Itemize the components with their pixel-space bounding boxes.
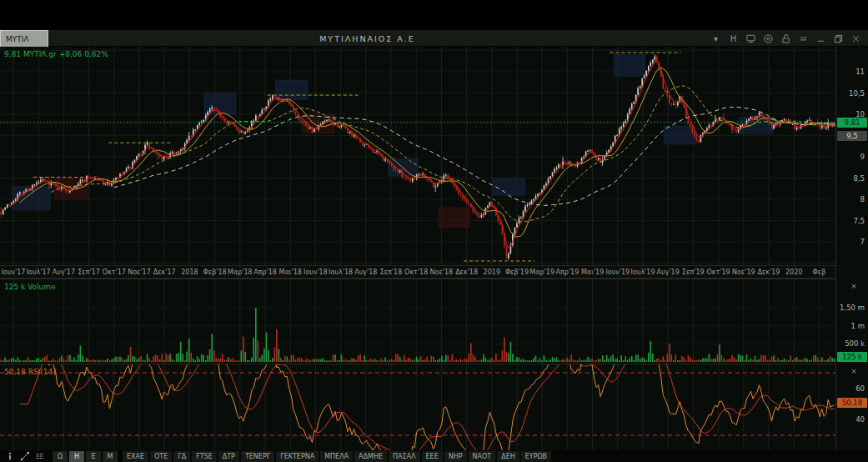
volume-tick: 1 m — [851, 322, 865, 330]
drawing-tools — [0, 451, 48, 462]
time-axis-label: Φεβ'18 — [203, 269, 227, 276]
time-axis-label: Απρ'19 — [556, 269, 580, 276]
volume-legend-name: Volume — [28, 283, 55, 291]
minimize-button[interactable] — [812, 31, 830, 46]
time-axis-label: Ιουλ'19 — [631, 269, 655, 276]
volume-tick: 1,50 m — [840, 304, 865, 312]
time-axis-label: Ιουλ'17 — [27, 269, 51, 276]
volume-pane[interactable]: 125 k Volume — [0, 279, 835, 364]
info-tool-button[interactable] — [3, 451, 18, 462]
window-controls: ▾H — [707, 30, 865, 47]
list-icon — [35, 451, 45, 461]
quote-change-pct: 0,62% — [84, 50, 108, 58]
timeframe-Ω[interactable]: Ω — [53, 451, 68, 462]
symbol-tab-ΓΔ[interactable]: ΓΔ — [173, 451, 190, 462]
symbol-tab-ΝΑΟΤ[interactable]: ΝΑΟΤ — [469, 451, 496, 462]
volume-chart[interactable] — [0, 279, 835, 364]
price-axis-column[interactable]: 1110,51098,587,579,819,5×1,50 m1 m500 k1… — [835, 47, 868, 450]
trendline-icon — [20, 451, 30, 461]
symbol-tab-FTSE[interactable]: FTSE — [192, 451, 216, 462]
time-axis-label: Απρ'18 — [253, 269, 277, 276]
last-price-badge: 9,81 — [837, 118, 867, 128]
rsi-tick: 40 — [855, 415, 865, 424]
menu-icon — [798, 33, 809, 44]
price-tick: 10,5 — [849, 89, 865, 98]
volume-legend: 125 k Volume — [4, 283, 56, 291]
price-tick: 9 — [860, 153, 865, 161]
display-button[interactable] — [742, 31, 760, 46]
h-mode-button[interactable]: H — [725, 31, 742, 46]
restore-icon — [833, 33, 844, 44]
symbol-tab-ΕΕΕ[interactable]: ΕΕΕ — [422, 451, 443, 462]
timeframe-Η[interactable]: Η — [69, 451, 84, 462]
price-chart-pane[interactable]: 9,81 ΜΥΤΙΛ.gr +0,06 0,62% — [0, 47, 835, 265]
rsi-tick: 60 — [855, 384, 865, 393]
symbol-tab-ΔΕΗ[interactable]: ΔΕΗ — [497, 451, 519, 462]
time-axis-label: Σεπ'18 — [380, 269, 403, 276]
info-icon — [5, 451, 15, 461]
symbol-tabs: ΕΧΑΕΟΤΕΓΔFTSEΔΤΡΤΕΝΕΡΓΓΕΚΤΕΡΝΑΜΠΕΛΑΑΔΜΗΕ… — [123, 451, 553, 462]
time-axis-label: 2018 — [181, 269, 198, 276]
window-title: ΜΥΤΙΛΗΝΑΙΟΣ Α.Ε — [0, 30, 735, 47]
volume-value-badge: 125 k — [837, 352, 867, 362]
time-axis-label: Μαι'18 — [279, 269, 302, 276]
time-axis-label: Οκτ'18 — [404, 269, 428, 276]
secondary-price-badge: 9,5 — [837, 131, 867, 141]
time-axis-label: Αυγ'19 — [657, 269, 680, 276]
symbol-tab-ΜΠΕΛΑ[interactable]: ΜΠΕΛΑ — [320, 451, 353, 462]
symbol-tab-ΓΕΚΤΕΡΝΑ[interactable]: ΓΕΚΤΕΡΝΑ — [276, 451, 319, 462]
restore-button[interactable] — [830, 31, 847, 46]
time-axis-label: Νοε'17 — [128, 269, 151, 276]
rsi-legend-name: RSI(14) — [28, 368, 56, 376]
symbol-tab-ΕΥΡΩΒ[interactable]: ΕΥΡΩΒ — [521, 451, 551, 462]
time-axis-label: Μαι'19 — [581, 269, 604, 276]
trendline-tool-button[interactable] — [18, 451, 33, 462]
symbol-tab-ΟΤΕ[interactable]: ΟΤΕ — [150, 451, 172, 462]
dropdown-button[interactable]: ▾ — [707, 31, 725, 46]
rsi-pane-close-icon[interactable]: × — [848, 367, 860, 376]
unlock-icon — [780, 33, 791, 44]
camera-icon — [763, 33, 774, 44]
time-axis-label: Ιουν'19 — [605, 269, 630, 276]
rsi-chart[interactable] — [0, 364, 835, 451]
close-button[interactable] — [847, 31, 865, 46]
time-axis-label: Ιουν'18 — [304, 269, 328, 276]
symbol-tab-ΑΔΜΗΕ[interactable]: ΑΔΜΗΕ — [354, 451, 387, 462]
time-axis-label: Μαρ'18 — [228, 269, 253, 276]
volume-pane-close-icon[interactable]: × — [848, 282, 860, 291]
quote-last: 9,81 — [4, 50, 21, 58]
time-axis-label: Ιουν'17 — [2, 269, 26, 276]
symbol-tab-ΕΧΑΕ[interactable]: ΕΧΑΕ — [123, 451, 148, 462]
display-icon — [745, 33, 756, 44]
quote-change: +0,06 — [59, 50, 83, 58]
symbol-tab-ΠΑΣΑΛ[interactable]: ΠΑΣΑΛ — [389, 451, 420, 462]
timeframe-Μ[interactable]: Μ — [103, 451, 118, 462]
rsi-pane[interactable]: 50,18 RSI(14) — [0, 364, 835, 450]
symbol-tab-ΔΤΡ[interactable]: ΔΤΡ — [218, 451, 239, 462]
bottom-toolbar: ΩΗΕΜ ΕΧΑΕΟΤΕΓΔFTSEΔΤΡΤΕΝΕΡΓΓΕΚΤΕΡΝΑΜΠΕΛΑ… — [0, 450, 868, 462]
symbol-tab-ΝΗΡ[interactable]: ΝΗΡ — [444, 451, 467, 462]
time-axis-label: Οκτ'17 — [103, 269, 126, 276]
time-axis-label: Φεβ — [813, 269, 826, 276]
menu-button[interactable] — [795, 31, 812, 46]
price-tick: 8,5 — [853, 174, 865, 183]
volume-legend-value: 125 k — [4, 283, 25, 291]
price-tick: 7,5 — [853, 217, 865, 225]
time-axis-label: Νοε'19 — [732, 269, 755, 276]
price-tick: 7 — [860, 238, 865, 246]
price-tick: 11 — [855, 68, 865, 76]
time-axis-label: Αυγ'17 — [53, 269, 75, 276]
symbol-tab-ΤΕΝΕΡΓ[interactable]: ΤΕΝΕΡΓ — [241, 451, 274, 462]
time-axis[interactable]: Ιουν'17Ιουλ'17Αυγ'17Σεπ'17Οκτ'17Νοε'17Δε… — [0, 265, 868, 279]
unlock-button[interactable] — [777, 31, 795, 46]
timeframe-Ε[interactable]: Ε — [86, 451, 101, 462]
time-axis-label: Αυγ'18 — [354, 269, 377, 276]
title-bar: ΜΥΤΙΛ ΜΥΤΙΛΗΝΑΙΟΣ Α.Ε ▾H — [0, 30, 868, 47]
time-axis-label: Μαρ'19 — [529, 269, 554, 276]
volume-tick: 500 k — [845, 339, 865, 348]
candlestick-chart[interactable] — [0, 47, 835, 265]
time-axis-label: Σεπ'17 — [78, 269, 100, 276]
list-tool-button[interactable] — [33, 451, 48, 462]
quote-symbol: ΜΥΤΙΛ.gr — [23, 50, 57, 58]
camera-button[interactable] — [760, 31, 777, 46]
